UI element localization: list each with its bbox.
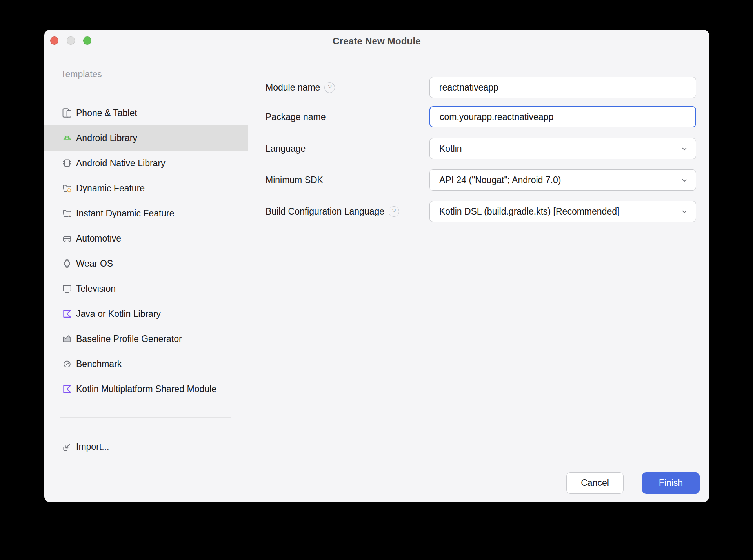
title-bar: Create New Module (44, 30, 709, 53)
language-row: Language Kotlin (266, 138, 306, 159)
language-label: Language (266, 144, 306, 154)
sidebar-item-android-library[interactable]: Android Library (44, 125, 248, 151)
sidebar-item-label: Kotlin Multiplatform Shared Module (76, 384, 216, 395)
area-chart-icon (62, 333, 73, 344)
build-config-language-select[interactable]: Kotlin DSL (build.gradle.kts) [Recommend… (429, 201, 696, 222)
package-name-row: Package name (266, 106, 326, 127)
folder-lightning-icon (62, 208, 73, 219)
dialog-title: Create New Module (44, 36, 709, 47)
phone-tablet-icon (62, 107, 73, 118)
chip-icon (62, 158, 73, 169)
sidebar-item-label: Baseline Profile Generator (76, 334, 182, 344)
build-config-language-value: Kotlin DSL (build.gradle.kts) [Recommend… (439, 206, 619, 217)
sidebar-item-phone-tablet[interactable]: Phone & Tablet (44, 100, 248, 125)
chevron-down-icon (679, 175, 689, 185)
template-list: Phone & Tablet Android Library (44, 100, 248, 402)
tv-icon (62, 283, 73, 294)
gauge-icon (62, 358, 73, 369)
sidebar-divider (248, 52, 248, 462)
create-new-module-dialog: Create New Module Templates Phone & Tabl… (44, 30, 709, 502)
sidebar-item-label: Automotive (76, 233, 121, 244)
folder-dashed-circle-icon (62, 183, 73, 194)
sidebar-item-label: Java or Kotlin Library (76, 309, 161, 319)
sidebar-item-label: Android Native Library (76, 158, 166, 169)
kotlin-icon (62, 384, 73, 395)
help-icon[interactable]: ? (389, 206, 399, 217)
sidebar-item-baseline-profile-generator[interactable]: Baseline Profile Generator (44, 326, 248, 351)
chevron-down-icon (679, 144, 689, 154)
sidebar-item-television[interactable]: Television (44, 276, 248, 301)
sidebar-item-wear-os[interactable]: Wear OS (44, 251, 248, 276)
build-config-language-label: Build Configuration Language ? (266, 206, 399, 217)
help-icon[interactable]: ? (324, 82, 335, 93)
sidebar-item-label: Instant Dynamic Feature (76, 208, 175, 219)
build-config-language-row: Build Configuration Language ? Kotlin DS… (266, 201, 399, 222)
sidebar-item-label: Dynamic Feature (76, 183, 145, 194)
sidebar-item-android-native-library[interactable]: Android Native Library (44, 151, 248, 176)
module-name-label: Module name ? (266, 82, 335, 93)
templates-header: Templates (61, 69, 102, 80)
sidebar-item-kotlin-multiplatform-shared-module[interactable]: Kotlin Multiplatform Shared Module (44, 376, 248, 402)
android-icon (62, 133, 73, 144)
car-icon (62, 233, 73, 244)
kotlin-icon (62, 308, 73, 319)
minimum-sdk-row: Minimum SDK API 24 ("Nougat"; Android 7.… (266, 169, 323, 191)
minimum-sdk-label: Minimum SDK (266, 175, 323, 185)
watch-icon (62, 258, 73, 269)
sidebar-item-instant-dynamic-feature[interactable]: Instant Dynamic Feature (44, 201, 248, 226)
module-name-row: Module name ? (266, 77, 335, 98)
sidebar-item-label: Android Library (76, 133, 137, 144)
sidebar-item-benchmark[interactable]: Benchmark (44, 351, 248, 376)
module-name-input[interactable] (439, 82, 686, 93)
chevron-down-icon (679, 207, 689, 217)
sidebar-item-java-kotlin-library[interactable]: Java or Kotlin Library (44, 301, 248, 326)
sidebar-item-label: Import... (76, 442, 109, 452)
sidebar-item-dynamic-feature[interactable]: Dynamic Feature (44, 176, 248, 201)
sidebar-item-import[interactable]: Import... (44, 434, 248, 459)
footer-separator (44, 462, 709, 462)
finish-button[interactable]: Finish (642, 472, 700, 494)
module-name-field[interactable] (429, 77, 696, 98)
sidebar-item-label: Phone & Tablet (76, 108, 137, 118)
minimum-sdk-select[interactable]: API 24 ("Nougat"; Android 7.0) (429, 169, 696, 191)
package-name-label: Package name (266, 112, 326, 122)
package-name-field[interactable] (429, 106, 696, 127)
cancel-button[interactable]: Cancel (566, 472, 624, 494)
sidebar-item-label: Wear OS (76, 258, 113, 269)
package-name-input[interactable] (440, 112, 686, 122)
sidebar-item-automotive[interactable]: Automotive (44, 226, 248, 251)
language-value: Kotlin (439, 144, 462, 154)
sidebar-item-label: Benchmark (76, 359, 122, 369)
sidebar-separator (60, 417, 231, 418)
language-select[interactable]: Kotlin (429, 138, 696, 159)
minimum-sdk-value: API 24 ("Nougat"; Android 7.0) (439, 175, 561, 185)
import-icon (62, 441, 73, 452)
sidebar-item-label: Television (76, 284, 116, 294)
